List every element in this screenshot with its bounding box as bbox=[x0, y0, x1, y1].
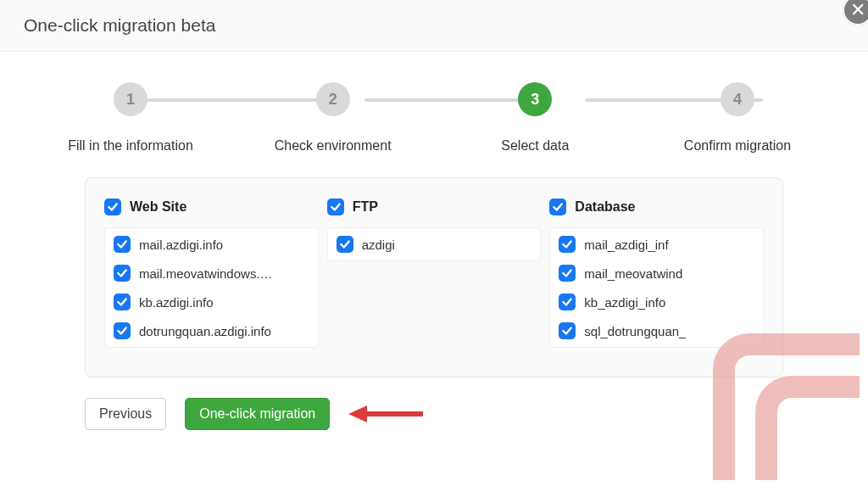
checkbox[interactable] bbox=[114, 236, 131, 253]
checkbox[interactable] bbox=[559, 294, 576, 310]
checkbox[interactable] bbox=[114, 322, 131, 339]
category-header-ftp[interactable]: FTP bbox=[327, 198, 542, 215]
step-circle: 2 bbox=[316, 82, 350, 116]
one-click-migration-button[interactable]: One-click migration bbox=[185, 398, 330, 430]
select-data-panel: Web Site mail.azdigi.info mail.meovatwin… bbox=[85, 177, 783, 377]
step-3[interactable]: 3 Select data bbox=[442, 82, 628, 154]
item-label: dotrungquan.azdigi.info bbox=[139, 324, 271, 338]
modal-title: One-click migration beta bbox=[24, 15, 215, 35]
checkbox[interactable] bbox=[559, 236, 576, 253]
list-item[interactable]: mail_meovatwind bbox=[550, 259, 763, 288]
step-circle: 1 bbox=[114, 82, 147, 116]
pointer-arrow-icon bbox=[348, 401, 425, 427]
step-label: Check environment bbox=[275, 138, 392, 154]
category-header-website[interactable]: Web Site bbox=[104, 198, 319, 215]
list-item[interactable]: mail.azdigi.info bbox=[105, 230, 318, 259]
previous-button[interactable]: Previous bbox=[85, 398, 166, 430]
item-label: mail.meovatwindows.… bbox=[139, 266, 273, 281]
step-circle: 4 bbox=[721, 82, 754, 116]
checkbox[interactable] bbox=[559, 265, 576, 282]
item-label: mail_azdigi_inf bbox=[584, 238, 668, 252]
step-circle: 3 bbox=[518, 82, 552, 116]
category-label: Database bbox=[575, 199, 635, 215]
item-label: sql_dotrungquan_ bbox=[584, 324, 686, 338]
step-2[interactable]: 2 Check environment bbox=[240, 82, 426, 154]
item-label: mail_meovatwind bbox=[584, 266, 682, 281]
checkbox[interactable] bbox=[114, 294, 131, 310]
category-label: FTP bbox=[353, 199, 378, 215]
checkbox[interactable] bbox=[549, 198, 566, 215]
ftp-item-list: azdigi bbox=[327, 227, 542, 261]
list-item[interactable]: azdigi bbox=[328, 230, 541, 259]
list-item[interactable]: dotrungquan.azdigi.info bbox=[105, 316, 318, 345]
column-ftp: FTP azdigi bbox=[327, 198, 542, 348]
step-1[interactable]: 1 Fill in the information bbox=[37, 82, 224, 154]
svg-marker-1 bbox=[348, 405, 367, 422]
checkbox[interactable] bbox=[114, 265, 131, 282]
watermark-icon bbox=[690, 310, 868, 492]
item-label: azdigi bbox=[362, 238, 395, 252]
checkbox[interactable] bbox=[327, 198, 344, 215]
step-label: Fill in the information bbox=[68, 138, 193, 154]
website-item-list: mail.azdigi.info mail.meovatwindows.… kb… bbox=[104, 227, 319, 348]
category-header-database[interactable]: Database bbox=[549, 198, 764, 215]
item-label: kb_azdigi_info bbox=[584, 295, 665, 310]
list-item[interactable]: kb.azdigi.info bbox=[105, 288, 318, 316]
close-icon: ✕ bbox=[850, 0, 865, 21]
category-label: Web Site bbox=[130, 199, 186, 215]
migration-modal: One-click migration beta ✕ 1 Fill in the… bbox=[0, 0, 868, 492]
checkbox[interactable] bbox=[559, 322, 576, 339]
item-label: kb.azdigi.info bbox=[139, 295, 214, 310]
step-label: Select data bbox=[501, 138, 569, 154]
checkbox[interactable] bbox=[104, 198, 121, 215]
modal-header: One-click migration beta bbox=[0, 0, 868, 52]
list-item[interactable]: mail.meovatwindows.… bbox=[105, 259, 318, 288]
stepper: 1 Fill in the information 2 Check enviro… bbox=[0, 52, 868, 165]
item-label: mail.azdigi.info bbox=[139, 238, 223, 252]
list-item[interactable]: mail_azdigi_inf bbox=[550, 230, 763, 259]
checkbox[interactable] bbox=[337, 236, 353, 253]
step-4[interactable]: 4 Confirm migration bbox=[644, 82, 831, 154]
column-website: Web Site mail.azdigi.info mail.meovatwin… bbox=[104, 198, 319, 348]
step-label: Confirm migration bbox=[684, 138, 791, 154]
